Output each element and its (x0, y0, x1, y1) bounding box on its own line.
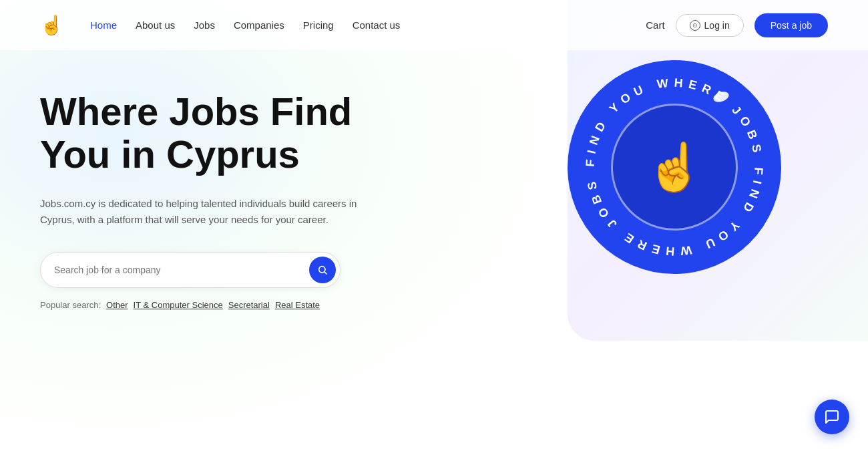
nav-link-about[interactable]: About us (136, 19, 175, 31)
nav-link-jobs[interactable]: Jobs (194, 19, 215, 31)
nav-link-companies[interactable]: Companies (234, 19, 284, 31)
search-button[interactable] (309, 257, 336, 283)
popular-link-it[interactable]: IT & Computer Science (134, 300, 223, 310)
nav-item-jobs[interactable]: Jobs (194, 19, 215, 31)
nav-item-about[interactable]: About us (136, 19, 175, 31)
navbar-left: ☝ Home About us Jobs Companies Pricing C… (40, 14, 400, 36)
nav-link-contact[interactable]: Contact us (353, 19, 401, 31)
popular-label: Popular search: (40, 300, 101, 310)
popular-link-realestate[interactable]: Real Estate (275, 300, 320, 310)
search-input[interactable] (54, 265, 309, 275)
login-icon: ⊙ (690, 20, 700, 31)
nav-link-home[interactable]: Home (90, 19, 117, 31)
popular-link-secretarial[interactable]: Secretarial (228, 300, 270, 310)
hero-section: Where Jobs Find You in Cyprus Jobs.com.c… (40, 90, 494, 310)
circle-outer: FIND YOU WHERE JOBS FIND YOU WHERE JOBS … (568, 60, 781, 274)
chat-button[interactable] (815, 400, 849, 434)
nav-item-contact[interactable]: Contact us (353, 19, 401, 31)
popular-link-other[interactable]: Other (106, 300, 128, 310)
login-label: Log in (704, 20, 730, 31)
nav-item-companies[interactable]: Companies (234, 19, 284, 31)
logo-icon[interactable]: ☝ (40, 14, 63, 36)
popular-search: Popular search: Other IT & Computer Scie… (40, 300, 494, 310)
hero-title: Where Jobs Find You in Cyprus (40, 90, 494, 176)
search-bar (40, 252, 341, 288)
cart-label[interactable]: Cart (646, 19, 664, 31)
hero-description: Jobs.com.cy is dedicated to helping tale… (40, 196, 367, 228)
search-icon (317, 265, 328, 275)
navbar: ☝ Home About us Jobs Companies Pricing C… (0, 0, 868, 50)
nav-links: Home About us Jobs Companies Pricing Con… (90, 19, 400, 31)
circle-badge: FIND YOU WHERE JOBS FIND YOU WHERE JOBS … (568, 60, 781, 274)
hero-title-line1: Where Jobs Find (40, 90, 352, 133)
navbar-right: Cart ⊙ Log in Post a job (646, 13, 828, 37)
svg-line-1 (324, 272, 327, 274)
circle-inner: ☝ (611, 104, 738, 231)
chat-icon (824, 409, 840, 425)
nav-link-pricing[interactable]: Pricing (303, 19, 334, 31)
login-button[interactable]: ⊙ Log in (676, 14, 744, 37)
nav-item-home[interactable]: Home (90, 19, 117, 31)
post-job-button[interactable]: Post a job (754, 13, 828, 37)
circle-hand-icon: ☝ (646, 144, 704, 190)
nav-item-pricing[interactable]: Pricing (303, 19, 334, 31)
hero-title-line2: You in Cyprus (40, 132, 300, 176)
